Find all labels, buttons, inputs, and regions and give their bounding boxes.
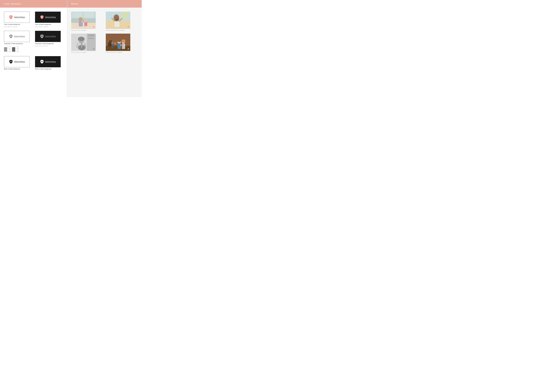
logo-box-gray-white: intestina (4, 31, 30, 42)
svg-point-45 (117, 39, 121, 42)
guitar-svg (71, 34, 96, 51)
svg-rect-52 (111, 44, 114, 48)
grayscale-variations-grid: intestina Grayscale on white background … (4, 31, 63, 53)
logo-item-white-black: intestina White on black background (35, 56, 63, 70)
brand-name-2: intestina (45, 15, 56, 19)
cmyk-c2: C 51% (16, 46, 19, 48)
svg-rect-44 (118, 43, 121, 49)
logo-item-gray-white: intestina Grayscale on white background … (4, 31, 32, 53)
logo-box-black-white: intestina (4, 56, 30, 67)
caption-sub-gray-black: Same CMYK as defined (35, 45, 63, 47)
right-panel: Photos (67, 0, 142, 97)
svg-rect-24 (87, 34, 96, 51)
svg-rect-11 (83, 20, 84, 22)
caption-gray-black: Grayscale on black background (35, 43, 63, 44)
photo-box-woman (106, 12, 130, 29)
right-content: Photo by CDC on Unsplash (67, 8, 142, 57)
woman-svg (106, 12, 130, 29)
cmyk-values-light: C 39% M 31% Y 32% K 00% (8, 46, 11, 53)
left-header-title: Color Variations (4, 2, 21, 5)
caption-sub-color-white: Same CMYK as defined (4, 26, 32, 28)
logo-box-white-black: intestina (35, 56, 61, 67)
logo-inner-4: intestina (40, 34, 56, 38)
brand-name-6: intestina (45, 60, 56, 63)
shield-icon-color (9, 15, 13, 19)
cmyk-swatch-light (4, 47, 7, 52)
cmyk-values-dark: C 51% M 42% Y 42% K 06% (16, 46, 19, 53)
left-panel: Color Variations (0, 0, 67, 97)
caption-gray-white: Grayscale on white background (4, 43, 32, 44)
svg-rect-27 (88, 38, 94, 39)
caption-color-black: Color on black background (35, 24, 63, 25)
logo-box-color-white: intestina (4, 12, 30, 23)
logo-inner-6: intestina (40, 60, 56, 64)
logo-inner-5: intestina (9, 60, 25, 64)
cmyk-k1: K 00% (8, 51, 11, 53)
photo-box-guitar (71, 34, 96, 51)
photo-caption-guitar: Photo by 童 彤 on Unsplash (71, 51, 103, 53)
logo-item-gray-black: intestina Grayscale on black background … (35, 31, 63, 53)
brand-name-3: intestina (14, 35, 25, 38)
brand-name-5: intestina (14, 60, 25, 63)
shield-icon-gray-dark (40, 34, 44, 38)
svg-rect-49 (121, 44, 121, 46)
svg-rect-2 (72, 12, 82, 18)
right-header: Photos (67, 0, 142, 8)
caption-color-white: Color on white background (4, 24, 32, 25)
photo-item-kitchen: Photo by CDC on Unsplash (71, 12, 103, 31)
caption-sub-color-black: Same CMYK as defined (35, 26, 63, 28)
logo-box-gray-black: intestina (35, 31, 61, 42)
shield-icon-gray (9, 34, 13, 38)
photo-box-friends (106, 34, 130, 51)
friends-svg (106, 34, 130, 51)
photos-grid: Photo by CDC on Unsplash (71, 12, 138, 53)
svg-rect-3 (84, 12, 94, 18)
shield-icon-white (40, 60, 44, 64)
photo-caption-friends: Photo by Elevate on Unsplash (106, 51, 138, 53)
photo-item-guitar: Photo by 童 彤 on Unsplash (71, 34, 103, 53)
left-header: Color Variations (0, 0, 67, 8)
shield-icon-color-dark (40, 15, 44, 19)
caption-black-white: Black on white background (4, 68, 32, 70)
photo-placeholder-guitar (71, 34, 96, 51)
svg-point-48 (121, 39, 125, 42)
cmyk-row: C 39% M 31% Y 32% K 00% C 51% M 42% Y 42… (4, 46, 32, 53)
photo-placeholder-friends (106, 34, 130, 51)
logo-inner-2: intestina (40, 15, 56, 19)
photo-box-kitchen (71, 12, 96, 29)
cmyk-swatch-2-group: C 51% M 42% Y 42% K 06% (12, 46, 19, 53)
svg-rect-19 (115, 21, 120, 27)
photo-placeholder-kitchen (71, 12, 96, 29)
kitchen-svg (71, 12, 96, 29)
logo-item-black-white: intestina Black on white background (4, 56, 32, 70)
photo-placeholder-woman (106, 12, 130, 29)
photo-caption-kitchen: Photo by CDC on Unsplash (71, 30, 103, 31)
logo-inner: intestina (9, 15, 25, 19)
right-header-title: Photos (71, 2, 78, 5)
color-variations-grid: intestina Color on white background Same… (4, 12, 63, 28)
cmyk-y2: Y 42% (16, 49, 19, 51)
logo-box-color-black: intestina (35, 12, 61, 23)
left-content: intestina Color on white background Same… (0, 8, 67, 74)
svg-rect-25 (88, 35, 95, 36)
cmyk-y1: Y 32% (8, 49, 11, 51)
brand-name-1: intestina (14, 15, 25, 19)
svg-rect-4 (71, 22, 96, 29)
cmyk-swatch-1-group: C 39% M 31% Y 32% K 00% (4, 46, 11, 53)
photo-caption-woman: Photo by Radu Florin on Unsplash (106, 30, 138, 31)
svg-point-29 (78, 37, 85, 41)
cmyk-swatch-dark (12, 47, 15, 52)
logo-item-color-white: intestina Color on white background Same… (4, 12, 32, 28)
photo-item-friends: Photo by Elevate on Unsplash (106, 34, 138, 53)
svg-point-51 (111, 42, 114, 45)
bw-variations-grid: intestina Black on white background (4, 56, 63, 70)
svg-point-53 (114, 42, 116, 45)
svg-rect-9 (84, 22, 87, 26)
svg-rect-50 (125, 45, 125, 46)
caption-white-black: White on black background (35, 68, 63, 70)
cmyk-k2: K 06% (16, 51, 19, 53)
logo-inner-3: intestina (9, 34, 25, 38)
svg-rect-26 (88, 36, 93, 37)
brand-name-4: intestina (45, 35, 56, 38)
cmyk-c1: C 39% (8, 46, 11, 48)
